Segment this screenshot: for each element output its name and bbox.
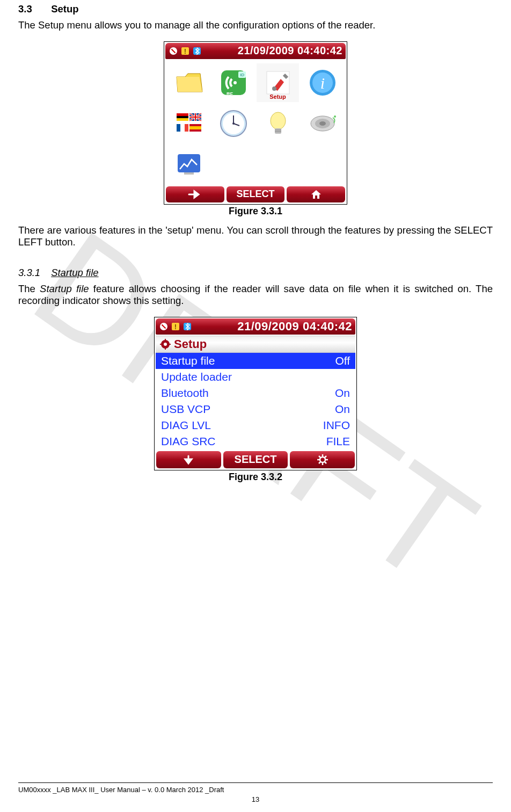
svg-rect-50	[165, 339, 166, 341]
subsection-text: The Startup file feature allows choosing…	[18, 283, 493, 307]
speaker-icon[interactable]	[301, 104, 344, 143]
status-bar: ! 21/09/2009 04:40:42	[165, 43, 346, 59]
row-value: On	[335, 403, 350, 416]
section-title: Setup	[51, 3, 78, 15]
row-value: FILE	[326, 435, 350, 448]
figure1-caption: Figure 3.3.1	[18, 206, 493, 217]
status-datetime: 21/09/2009 04:40:42	[237, 320, 352, 334]
setup-icon-label: Setup	[269, 93, 286, 100]
subsection-title: Startup file	[51, 267, 98, 278]
svg-rect-16	[177, 113, 188, 116]
section-heading: 3.3 Setup	[18, 3, 493, 15]
svg-point-49	[164, 343, 167, 346]
svg-line-62	[319, 462, 320, 463]
page-number: 13	[0, 795, 511, 803]
menu-row-diag-src[interactable]: DIAG SRC FILE	[156, 433, 355, 450]
section-intro: The Setup menu allows you to manage all …	[18, 19, 493, 32]
menu-row-bluetooth[interactable]: Bluetooth On	[156, 385, 355, 401]
svg-point-54	[320, 457, 325, 462]
svg-rect-27	[189, 126, 201, 129]
text-frag-em: Startup file	[40, 283, 89, 294]
menu-row-usb-vcp[interactable]: USB VCP On	[156, 401, 355, 417]
section-number: 3.3	[18, 3, 48, 15]
figure-setup-list: ! 21/09/2009 04:40:42 Setup Startup file	[154, 317, 357, 470]
button-bar: SELECT	[164, 185, 347, 204]
subsection-heading: 3.3.1 Startup file	[18, 267, 493, 279]
svg-rect-51	[165, 347, 166, 350]
svg-text:!: !	[174, 323, 177, 331]
row-value: Off	[335, 354, 350, 367]
row-label: Startup file	[161, 354, 215, 367]
svg-text:RF: RF	[227, 91, 233, 97]
svg-line-61	[325, 456, 326, 458]
paragraph-after-fig1: There are various features in the 'setup…	[18, 224, 493, 249]
svg-point-32	[232, 122, 235, 125]
info-icon[interactable]: i	[301, 63, 344, 102]
select-button[interactable]: SELECT	[223, 451, 288, 468]
setup-title-row: Setup	[156, 336, 355, 353]
folder-icon[interactable]	[167, 63, 210, 102]
status-bluetooth-icon	[182, 322, 192, 331]
row-value: On	[335, 387, 350, 400]
svg-rect-24	[177, 124, 180, 132]
svg-point-33	[271, 112, 286, 129]
empty-cell	[257, 145, 299, 184]
language-icon[interactable]	[167, 104, 210, 143]
empty-cell	[212, 145, 254, 184]
status-disconnect-icon	[159, 322, 169, 331]
button-bar: SELECT	[155, 450, 356, 470]
empty-cell	[301, 145, 344, 184]
home-button[interactable]	[287, 186, 345, 202]
status-bluetooth-icon	[192, 46, 202, 56]
svg-rect-17	[177, 118, 188, 121]
svg-point-11	[272, 86, 276, 91]
status-warning-icon: !	[180, 46, 190, 56]
row-label: DIAG LVL	[161, 419, 211, 432]
footer-text: UM00xxxx _LAB MAX III_ User Manual – v. …	[18, 786, 224, 794]
gear-icon	[160, 339, 171, 350]
setup-icon[interactable]: Setup	[257, 63, 299, 102]
down-button[interactable]	[156, 451, 221, 468]
svg-line-59	[319, 456, 320, 458]
svg-line-60	[325, 462, 326, 463]
svg-rect-52	[160, 344, 162, 345]
row-value: INFO	[323, 419, 350, 432]
setup-title-text: Setup	[174, 337, 207, 351]
select-button[interactable]: SELECT	[227, 186, 285, 202]
menu-row-startup-file[interactable]: Startup file Off	[156, 353, 355, 369]
svg-text:ID: ID	[240, 73, 244, 77]
settings-button[interactable]	[290, 451, 355, 468]
menu-row-update-loader[interactable]: Update loader	[156, 369, 355, 385]
svg-rect-42	[184, 172, 194, 175]
row-label: USB VCP	[161, 403, 210, 416]
subsection-number: 3.3.1	[18, 267, 48, 279]
svg-rect-53	[169, 344, 171, 345]
clock-icon[interactable]	[212, 104, 254, 143]
lightbulb-icon[interactable]	[257, 104, 299, 143]
row-label: Update loader	[161, 371, 232, 383]
svg-rect-34	[275, 128, 281, 134]
setup-icon-grid: IDRF Setup i	[164, 60, 347, 185]
figure-setup-grid: ! 21/09/2009 04:40:42 IDRF Setup	[164, 41, 347, 205]
text-frag: feature allows choosing if the reader wi…	[18, 283, 493, 307]
left-button[interactable]	[166, 186, 224, 202]
chart-icon[interactable]	[167, 145, 210, 184]
svg-point-40	[334, 115, 336, 118]
menu-row-diag-lvl[interactable]: DIAG LVL INFO	[156, 417, 355, 433]
rfid-icon[interactable]: IDRF	[212, 63, 254, 102]
row-label: DIAG SRC	[161, 435, 216, 448]
status-bar: ! 21/09/2009 04:40:42	[156, 318, 355, 335]
svg-point-6	[233, 81, 237, 84]
svg-text:!: !	[184, 47, 186, 55]
figure2-caption: Figure 3.3.2	[18, 472, 493, 483]
svg-rect-22	[189, 117, 201, 118]
svg-text:i: i	[320, 74, 324, 92]
svg-point-39	[319, 121, 326, 126]
text-frag: The	[18, 283, 40, 294]
row-label: Bluetooth	[161, 387, 209, 400]
status-disconnect-icon	[169, 46, 178, 56]
status-datetime: 21/09/2009 04:40:42	[238, 45, 342, 57]
svg-rect-25	[185, 124, 188, 132]
footer-rule	[18, 782, 493, 783]
status-warning-icon: !	[171, 322, 180, 331]
